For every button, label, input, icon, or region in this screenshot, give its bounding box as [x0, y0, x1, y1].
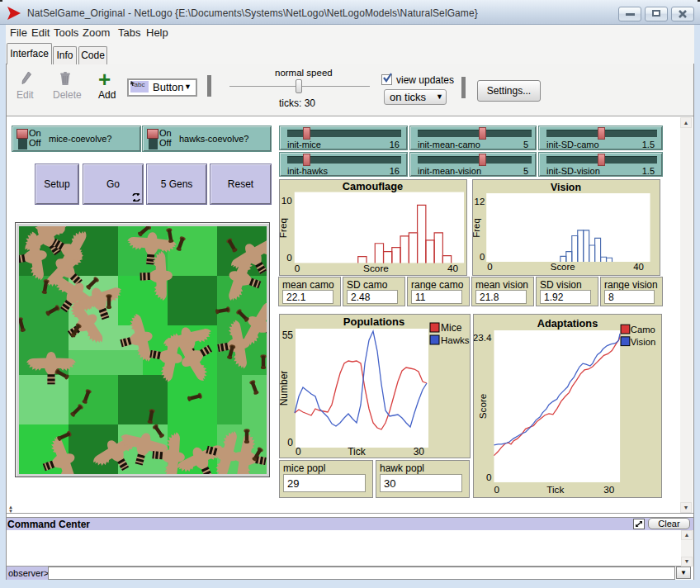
svg-text:Score: Score [477, 394, 488, 420]
svg-text:0: 0 [296, 446, 301, 458]
svg-text:Freq: Freq [473, 218, 481, 238]
svg-text:23.4: 23.4 [474, 332, 492, 343]
svg-text:10: 10 [281, 195, 293, 206]
svg-text:Adaptations: Adaptations [537, 317, 598, 330]
svg-text:0: 0 [487, 262, 492, 272]
svg-text:Score: Score [551, 262, 575, 272]
svg-text:Camo: Camo [631, 325, 655, 334]
svg-text:Tick: Tick [348, 446, 367, 458]
svg-text:0: 0 [486, 472, 492, 482]
svg-text:0: 0 [295, 263, 300, 274]
svg-text:0: 0 [286, 252, 292, 263]
svg-text:Freq: Freq [280, 218, 289, 238]
svg-text:40: 40 [447, 263, 459, 274]
svg-text:0: 0 [287, 437, 293, 448]
svg-text:Number: Number [280, 371, 290, 406]
svg-text:Populations: Populations [343, 315, 404, 328]
svg-text:55: 55 [282, 330, 294, 341]
svg-text:Camouflage: Camouflage [343, 180, 403, 192]
svg-text:30: 30 [603, 484, 615, 495]
svg-text:0: 0 [494, 484, 499, 495]
svg-text:40: 40 [633, 262, 644, 272]
svg-text:30: 30 [414, 446, 425, 458]
svg-text:12: 12 [475, 197, 485, 206]
svg-text:Mice: Mice [441, 322, 462, 334]
svg-text:Hawks: Hawks [441, 335, 470, 345]
svg-text:0: 0 [480, 252, 485, 262]
svg-text:Tick: Tick [546, 484, 564, 495]
svg-text:Score: Score [363, 263, 389, 274]
svg-text:Vision: Vision [631, 337, 655, 347]
svg-text:Vision: Vision [551, 182, 581, 193]
